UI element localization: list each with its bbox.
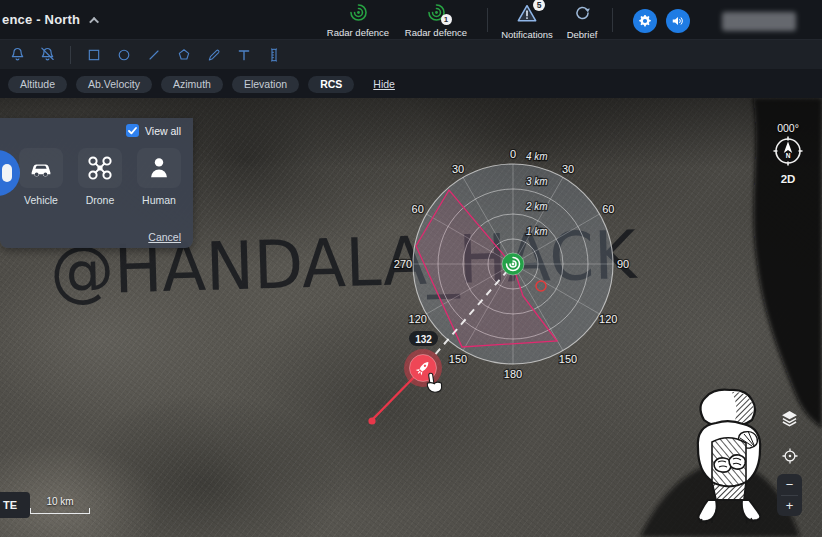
measure-button[interactable] [259, 43, 289, 67]
chip-altitude[interactable]: Altitude [8, 76, 67, 93]
alerts-on-button[interactable] [2, 43, 32, 67]
line-icon [146, 47, 162, 63]
debrief-button[interactable]: Debrief [562, 3, 602, 40]
chip-rcs[interactable]: RCS [308, 76, 354, 93]
bell-slash-icon [39, 46, 56, 63]
rectangle-icon [86, 47, 102, 63]
category-label: Human [130, 194, 188, 206]
zoom-in-button[interactable]: + [777, 496, 802, 517]
radar-green-icon [349, 3, 368, 22]
tab-count-badge: 1 [441, 14, 452, 25]
pencil-icon [206, 47, 222, 63]
attribute-filter-bar: Altitude Ab.Velocity Azimuth Elevation R… [0, 70, 822, 98]
top-bar: ence - North Radar defence [0, 0, 822, 40]
sound-button[interactable] [666, 9, 690, 33]
bell-icon [9, 46, 26, 63]
draw-circle-button[interactable] [109, 43, 139, 67]
view-all-label: View all [145, 125, 181, 137]
rocket-target-marker[interactable] [404, 349, 442, 387]
compass-heading: 000° [758, 122, 818, 134]
category-label: Drone [71, 194, 129, 206]
tab-radar-defence-1[interactable]: Radar defence [320, 3, 396, 38]
category-vehicle[interactable]: Vehicle [12, 148, 70, 206]
crosshair-icon [781, 447, 799, 465]
edge-partial-button[interactable]: TE [0, 492, 30, 518]
scale-label: 10 km [30, 496, 90, 507]
chevron-up-icon [89, 17, 99, 27]
redacted-user-info [722, 12, 796, 31]
circle-icon [116, 47, 132, 63]
site-selector[interactable]: ence - North [2, 12, 99, 27]
car-icon [26, 153, 56, 183]
warning-triangle-icon: 5 [516, 3, 538, 27]
drone-icon [86, 154, 114, 182]
zoom-out-button[interactable]: − [777, 474, 802, 495]
category-drone[interactable]: Drone [71, 148, 129, 206]
alerts-off-button[interactable] [32, 43, 62, 67]
tab-radar-defence-2[interactable]: 1 Radar defence [398, 3, 474, 38]
human-icon [145, 154, 173, 182]
draw-freehand-button[interactable] [199, 43, 229, 67]
pentagon-icon [176, 47, 192, 63]
view-all-checkbox[interactable]: View all [126, 124, 181, 137]
notifications-label: Notifications [498, 29, 556, 40]
tab-label: Radar defence [320, 27, 396, 38]
view-mode-label: 2D [758, 173, 818, 185]
text-icon [236, 47, 252, 63]
draw-line-button[interactable] [139, 43, 169, 67]
category-filter-panel: View all Vehicle Drone [0, 118, 193, 248]
ruler-icon [266, 47, 282, 63]
category-label: Vehicle [12, 194, 70, 206]
header-divider [612, 8, 613, 32]
layers-button[interactable] [779, 408, 800, 433]
header-divider [487, 8, 488, 32]
tab-label: Radar defence [398, 27, 474, 38]
svg-text:N: N [786, 152, 791, 159]
add-text-button[interactable] [229, 43, 259, 67]
chip-ab-velocity[interactable]: Ab.Velocity [76, 76, 152, 93]
notifications-button[interactable]: 5 Notifications [498, 3, 556, 40]
locate-button[interactable] [781, 447, 799, 469]
draw-rectangle-button[interactable] [79, 43, 109, 67]
category-human[interactable]: Human [130, 148, 188, 206]
radar-station-marker[interactable] [502, 253, 524, 275]
settings-button[interactable] [633, 9, 657, 33]
partial-button-label: TE [3, 499, 17, 511]
drawing-toolbar [0, 40, 822, 70]
site-title: ence - North [2, 12, 80, 27]
draw-polygon-button[interactable] [169, 43, 199, 67]
checkbox-checked-icon [126, 124, 139, 137]
radar-green-icon: 1 [427, 3, 446, 22]
scale-line [30, 508, 90, 514]
gear-icon [638, 14, 652, 28]
radar-defence-app: @HANDALA_HACK 1 km2 km3 km4 km0306090120… [0, 0, 822, 537]
chip-azimuth[interactable]: Azimuth [161, 76, 223, 93]
zoom-control: − + [777, 474, 802, 516]
chip-elevation[interactable]: Elevation [232, 76, 299, 93]
layers-icon [779, 408, 800, 429]
debrief-label: Debrief [562, 29, 602, 40]
map-scale: 10 km [30, 496, 90, 514]
speaker-icon [671, 14, 685, 28]
handala-figure [688, 386, 772, 528]
cancel-link[interactable]: Cancel [148, 231, 181, 243]
toolbar-divider [70, 46, 71, 64]
notifications-count-badge: 5 [533, 0, 545, 11]
hide-link[interactable]: Hide [373, 78, 395, 90]
compass-icon: N [772, 135, 804, 167]
replay-icon [573, 9, 592, 26]
compass-widget[interactable]: 000° N 2D [758, 122, 818, 185]
